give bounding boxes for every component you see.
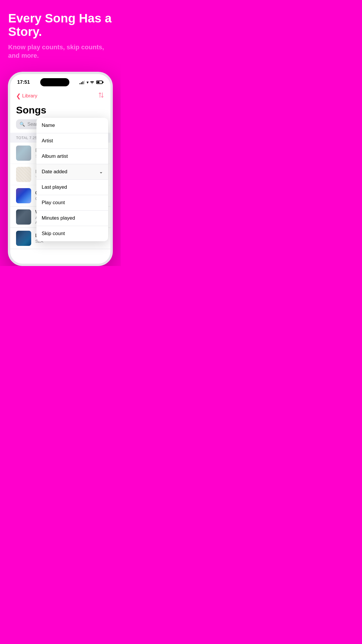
nav-bar: ❮ Library <box>10 89 110 103</box>
status-icons: ▾ <box>80 80 103 85</box>
dropdown-item-name[interactable]: Name <box>36 118 108 133</box>
dynamic-island <box>40 78 69 86</box>
status-bar: 17:51 ▾ <box>10 74 110 89</box>
dropdown-item-label: Minutes played <box>42 215 75 221</box>
album-art <box>16 231 31 246</box>
wifi-icon: ▾ <box>87 80 94 85</box>
dropdown-item-label: Play count <box>42 200 65 206</box>
dropdown-item-last-played[interactable]: Last played <box>36 180 108 195</box>
sort-dropdown[interactable]: NameArtistAlbum artistDate added⌄Last pl… <box>36 118 108 241</box>
back-chevron-icon: ❮ <box>16 92 21 99</box>
album-art <box>16 167 31 182</box>
hero-section: Every Song Has a Story. Know play counts… <box>0 0 121 69</box>
app-content: ❮ Library Songs 🔍 Search for a so... <box>10 89 110 264</box>
dropdown-item-label: Skip count <box>42 231 65 237</box>
dropdown-item-album-artist[interactable]: Album artist <box>36 149 108 164</box>
sort-button[interactable] <box>98 92 105 100</box>
dropdown-item-label: Last played <box>42 184 67 190</box>
battery-icon <box>96 80 103 84</box>
dropdown-item-play-count[interactable]: Play count <box>36 195 108 211</box>
search-icon: 🔍 <box>20 122 25 127</box>
dropdown-item-skip-count[interactable]: Skip count <box>36 226 108 241</box>
album-art <box>16 146 31 161</box>
dropdown-item-label: Album artist <box>42 153 68 159</box>
phone-mockup: 17:51 ▾ <box>8 72 113 266</box>
dropdown-item-artist[interactable]: Artist <box>36 133 108 149</box>
songs-title: Songs <box>16 104 105 116</box>
dropdown-item-minutes-played[interactable]: Minutes played <box>36 211 108 226</box>
status-time: 17:51 <box>17 79 30 85</box>
hero-subtitle: Know play counts, skip counts, and more. <box>8 43 113 60</box>
signal-icon <box>80 80 85 84</box>
back-label: Library <box>22 93 37 99</box>
dropdown-active-icon: ⌄ <box>99 169 103 174</box>
album-art <box>16 209 31 225</box>
dropdown-item-label: Name <box>42 123 55 128</box>
back-button[interactable]: ❮ Library <box>16 92 37 99</box>
dropdown-item-label: Date added <box>42 169 67 175</box>
hero-title: Every Song Has a Story. <box>8 12 113 38</box>
phone-wrapper: 17:51 ▾ <box>0 72 121 266</box>
dropdown-item-date-added[interactable]: Date added⌄ <box>36 164 108 180</box>
album-art <box>16 188 31 203</box>
dropdown-item-label: Artist <box>42 138 53 144</box>
total-count-text: TOTAL 7.255 <box>16 136 39 140</box>
